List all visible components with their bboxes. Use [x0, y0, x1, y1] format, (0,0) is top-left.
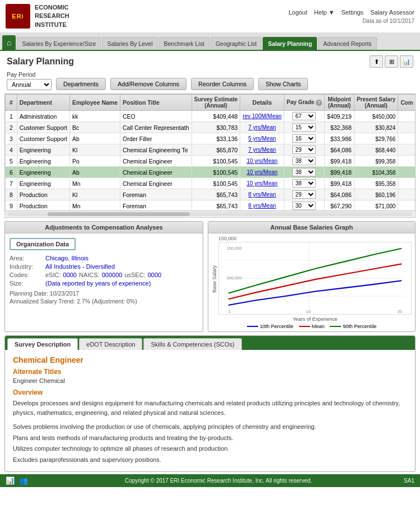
cell-grade[interactable]: 1516171819202122232425262728293031323334…: [284, 111, 324, 122]
present-salary-input[interactable]: [357, 203, 395, 209]
graph-body: Base Salary 150,000 150,000 100,000: [208, 233, 415, 331]
table-row[interactable]: 9 Production Mn Foreman $65,743 8 yrs/Me…: [6, 200, 416, 212]
show-charts-button[interactable]: Show Charts: [258, 78, 308, 90]
cell-present[interactable]: [354, 111, 398, 122]
table-row[interactable]: 7 Engineering Mn Chemical Engineer $100,…: [6, 178, 416, 189]
cell-num: 2: [6, 122, 17, 133]
cell-present[interactable]: [354, 144, 398, 156]
cell-details[interactable]: 10 yrs/Mean: [240, 178, 284, 189]
org-data-button[interactable]: Organization Data: [10, 238, 76, 250]
desc-bullet: Solves problems involving the production…: [13, 422, 407, 433]
cell-details[interactable]: 10 yrs/Mean: [240, 156, 284, 167]
grade-select[interactable]: 1516171819202122232425262728293031323334…: [292, 202, 316, 210]
cell-present[interactable]: [354, 167, 398, 178]
footer-copyright: Copyright © 2017 ERI Economic Research I…: [39, 478, 398, 484]
tab-edot-description[interactable]: eDOT Description: [79, 338, 142, 350]
cell-grade[interactable]: 1516171819202122232425262728293031323334…: [284, 133, 324, 144]
add-remove-button[interactable]: Add/Remove Columns: [110, 78, 186, 90]
cell-title: Foreman: [120, 189, 192, 200]
cell-details[interactable]: 10 yrs/Mean: [240, 167, 284, 178]
cell-grade[interactable]: 1516171819202122232425262728293031323334…: [284, 189, 324, 200]
cell-grade[interactable]: 1516171819202122232425262728293031323334…: [284, 167, 324, 178]
footer: 📊 👥 Copyright © 2017 ERI Economic Resear…: [0, 474, 420, 487]
tab-advanced-reports[interactable]: Advanced Reports: [318, 37, 376, 50]
cell-grade[interactable]: 1516171819202122232425262728293031323334…: [284, 122, 324, 133]
cell-survey: $65,870: [192, 144, 240, 156]
grade-select[interactable]: 1516171819202122232425262728293031323334…: [292, 168, 316, 176]
present-salary-input[interactable]: [357, 136, 395, 142]
grade-select[interactable]: 1516171819202122232425262728293031323334…: [292, 157, 316, 165]
table-row[interactable]: 3 Customer Support Ab Order Filler $33,1…: [6, 133, 416, 144]
tab-geographic[interactable]: Geographic List: [211, 37, 262, 50]
tab-survey-description[interactable]: Survey Description: [7, 338, 78, 350]
footer-version: SA1: [398, 478, 414, 484]
grade-select[interactable]: 1516171819202122232425262728293031323334…: [292, 146, 316, 154]
cell-comra: 9: [398, 189, 416, 200]
cell-present[interactable]: [354, 178, 398, 189]
help-link[interactable]: Help ▼: [314, 9, 335, 16]
table-row[interactable]: 6 Engineering Ab Chemical Engineer $100,…: [6, 167, 416, 178]
cell-midpoint: $32,368: [325, 122, 354, 133]
table-scrollbar[interactable]: [4, 211, 416, 218]
present-salary-input[interactable]: [357, 181, 395, 187]
cell-details[interactable]: 7 yrs/Mean: [240, 144, 284, 156]
cell-grade[interactable]: 1516171819202122232425262728293031323334…: [284, 200, 324, 212]
grade-select[interactable]: 1516171819202122232425262728293031323334…: [292, 134, 316, 143]
upload-icon-btn[interactable]: ⬆: [370, 55, 383, 68]
bar-chart-icon[interactable]: 📊: [6, 476, 15, 485]
grade-select[interactable]: 1516171819202122232425262728293031323334…: [292, 179, 316, 188]
legend-10th: 10th Percentile: [247, 324, 293, 329]
present-salary-input[interactable]: [357, 192, 395, 198]
cell-dept: Production: [17, 189, 69, 200]
tab-salaries-experience[interactable]: Salaries By Experience/Size: [17, 37, 101, 50]
cell-grade[interactable]: 1516171819202122232425262728293031323334…: [284, 144, 324, 156]
cell-title: Foreman: [120, 200, 192, 212]
cell-details[interactable]: rev 100M/Mean: [240, 111, 284, 122]
tab-skills-competencies[interactable]: Skills & Competencies (SCOs): [143, 338, 241, 350]
header-right: Logout Help ▼ Settings Salary Assessor D…: [288, 9, 414, 24]
cell-present[interactable]: [354, 200, 398, 212]
settings-link[interactable]: Settings: [341, 9, 363, 16]
table-row[interactable]: 2 Customer Support Bc Call Center Repres…: [6, 122, 416, 133]
tab-benchmark[interactable]: Benchmark List: [159, 37, 209, 50]
cell-present[interactable]: [354, 122, 398, 133]
salary-assessor-link[interactable]: Salary Assessor: [370, 9, 414, 16]
departments-button[interactable]: Departments: [56, 78, 106, 90]
present-salary-input[interactable]: [357, 147, 395, 153]
cell-details[interactable]: 7 yrs/Mean: [240, 122, 284, 133]
present-salary-input[interactable]: [357, 170, 395, 176]
table-row[interactable]: 1 Administration kk CEO $409,448 rev 100…: [6, 111, 416, 122]
nav-home[interactable]: ⌂: [2, 35, 16, 50]
cell-present[interactable]: [354, 189, 398, 200]
present-salary-input[interactable]: [357, 158, 395, 165]
logout-link[interactable]: Logout: [288, 9, 307, 16]
reorder-button[interactable]: Reorder Columns: [191, 78, 254, 90]
size-value: (Data reported by years of experience): [45, 280, 151, 287]
industry-row: Industry: All Industries - Diversified: [10, 263, 198, 270]
cell-grade[interactable]: 1516171819202122232425262728293031323334…: [284, 156, 324, 167]
cell-details[interactable]: 5 yrs/Mean: [240, 133, 284, 144]
cell-present[interactable]: [354, 133, 398, 144]
present-salary-input[interactable]: [357, 125, 395, 131]
cell-details[interactable]: 8 yrs/Mean: [240, 200, 284, 212]
cell-grade[interactable]: 1516171819202122232425262728293031323334…: [284, 178, 324, 189]
tab-salary-planning[interactable]: Salary Planning: [263, 37, 317, 50]
esic-value: 0000: [63, 272, 77, 278]
grade-select[interactable]: 1516171819202122232425262728293031323334…: [292, 123, 316, 132]
tab-salaries-level[interactable]: Salaries By Level: [102, 37, 157, 50]
svg-text:100,000: 100,000: [227, 275, 242, 280]
cell-survey: $33,136: [192, 133, 240, 144]
grade-select[interactable]: 1516171819202122232425262728293031323334…: [292, 112, 316, 120]
cell-details[interactable]: 8 yrs/Mean: [240, 189, 284, 200]
cell-present[interactable]: [354, 156, 398, 167]
people-icon[interactable]: 👥: [19, 476, 28, 485]
present-salary-input[interactable]: [357, 114, 395, 120]
table-row[interactable]: 4 Engineering Kl Chemical Engineering Te…: [6, 144, 416, 156]
cell-title: Order Filler: [120, 133, 192, 144]
grid-icon-btn[interactable]: ⊞: [385, 55, 398, 68]
grade-select[interactable]: 1516171819202122232425262728293031323334…: [292, 190, 316, 199]
table-row[interactable]: 5 Engineering Po Chemical Engineer $100,…: [6, 156, 416, 167]
chart-icon-btn[interactable]: 📊: [400, 55, 413, 68]
table-row[interactable]: 8 Production Kl Foreman $65,743 8 yrs/Me…: [6, 189, 416, 200]
pay-period-select[interactable]: Annual Monthly Semi-Monthly Bi-Weekly We…: [7, 79, 52, 90]
